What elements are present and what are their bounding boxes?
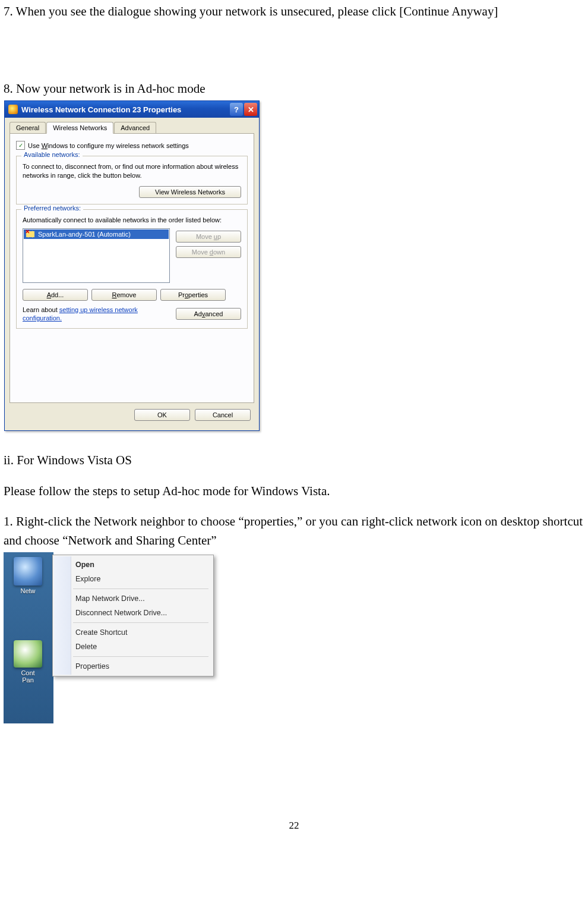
menu-item-explore[interactable]: Explore (54, 572, 212, 586)
page-number: 22 (0, 820, 588, 832)
properties-button[interactable]: Properties (160, 289, 226, 301)
available-networks-group: Available networks: To connect to, disco… (16, 156, 248, 204)
network-desktop-icon[interactable]: Netw (7, 557, 49, 600)
menu-separator (73, 656, 208, 657)
move-down-button[interactable]: Move down (176, 246, 241, 258)
available-networks-note: To connect to, disconnect from, or find … (23, 162, 241, 180)
checkbox-icon[interactable]: ✓ (16, 141, 25, 150)
tab-general[interactable]: General (10, 122, 46, 134)
menu-separator (73, 622, 208, 623)
tab-bar: General Wireless Networks Advanced (10, 121, 254, 134)
ok-button[interactable]: OK (134, 409, 190, 421)
menu-item-map-drive[interactable]: Map Network Drive... (54, 591, 212, 606)
preferred-networks-legend: Preferred networks: (21, 204, 83, 212)
context-menu: Open Explore Map Network Drive... Discon… (52, 555, 214, 676)
add-button[interactable]: Add... (23, 289, 88, 301)
section-ii-intro: Please follow the steps to setup Ad-hoc … (4, 482, 584, 501)
available-networks-legend: Available networks: (21, 151, 83, 158)
close-button[interactable]: ✕ (244, 103, 257, 116)
tab-advanced[interactable]: Advanced (114, 122, 156, 134)
help-button[interactable]: ? (230, 103, 243, 116)
use-windows-label: Use Windows to configure my wireless net… (28, 142, 189, 149)
menu-item-disconnect-drive[interactable]: Disconnect Network Drive... (54, 606, 212, 620)
menu-item-properties[interactable]: Properties (54, 659, 212, 673)
move-up-button[interactable]: Move up (176, 231, 241, 243)
menu-item-open[interactable]: Open (54, 558, 212, 572)
control-panel-icon (14, 640, 42, 668)
tab-panel-wireless: ✓ Use Windows to configure my wireless n… (10, 133, 254, 403)
learn-about-text: Learn about setting up wireless network … (23, 306, 170, 323)
network-icon-label: Netw (7, 587, 49, 594)
menu-item-delete[interactable]: Delete (54, 640, 212, 654)
preferred-networks-listbox[interactable]: SparkLan-andy-501 (Automatic) (23, 228, 170, 283)
network-icon (14, 557, 42, 586)
cancel-button[interactable]: Cancel (195, 409, 251, 421)
xp-properties-dialog: Wireless Network Connection 23 Propertie… (4, 100, 260, 431)
preferred-networks-note: Automatically connect to available netwo… (23, 216, 241, 225)
wireless-icon (8, 105, 18, 114)
control-panel-desktop-icon[interactable]: Cont Pan (7, 640, 49, 683)
control-panel-icon-label: Cont Pan (7, 669, 49, 683)
section-ii-heading: ii. For Windows Vista OS (4, 451, 584, 470)
list-item-label: SparkLan-andy-501 (Automatic) (38, 231, 131, 238)
remove-button[interactable]: Remove (91, 289, 157, 301)
use-windows-checkbox-row[interactable]: ✓ Use Windows to configure my wireless n… (16, 141, 248, 150)
step7-text: 7. When you see the dialogue showing you… (4, 2, 584, 21)
step8-text: 8. Now your network is in Ad-hoc mode (4, 80, 584, 99)
xp-titlebar: Wireless Network Connection 23 Propertie… (5, 101, 259, 118)
adhoc-icon (26, 231, 34, 238)
vista-desktop: Netw Cont Pan (4, 552, 53, 723)
vista-context-screenshot: Netw Cont Pan Open Explore Map Network D… (4, 552, 213, 725)
vista-step1-text: 1. Right-click the Network neighbor to c… (4, 512, 584, 550)
list-item[interactable]: SparkLan-andy-501 (Automatic) (24, 229, 169, 239)
dialog-title: Wireless Network Connection 23 Propertie… (21, 105, 181, 114)
view-wireless-networks-button[interactable]: View Wireless Networks (139, 186, 241, 198)
preferred-networks-group: Preferred networks: Automatically connec… (16, 209, 248, 329)
menu-separator (73, 588, 208, 589)
advanced-button[interactable]: Advanced (176, 308, 241, 320)
menu-item-create-shortcut[interactable]: Create Shortcut (54, 625, 212, 640)
tab-wireless-networks[interactable]: Wireless Networks (46, 122, 113, 134)
